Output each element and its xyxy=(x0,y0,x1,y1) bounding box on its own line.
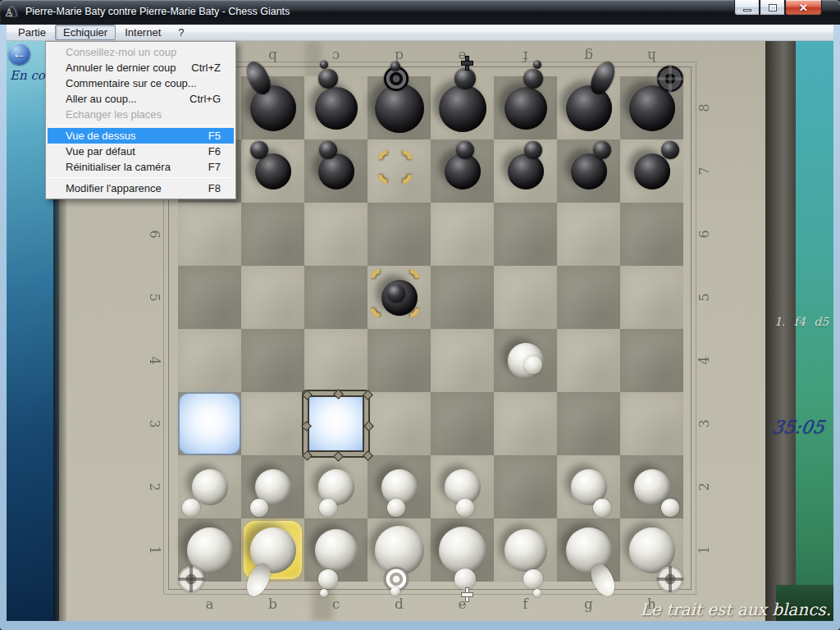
file-label-top-d: d xyxy=(368,48,431,65)
square-b4[interactable] xyxy=(241,329,304,392)
square-g4[interactable] xyxy=(557,329,620,392)
file-label-bottom-b: b xyxy=(241,596,304,612)
square-e5[interactable] xyxy=(431,266,494,329)
menubar-item-echiquier[interactable]: Echiquier xyxy=(55,25,116,40)
square-c6[interactable] xyxy=(304,203,368,266)
king-cross-icon xyxy=(461,592,473,597)
square-d3[interactable] xyxy=(368,392,431,455)
square-a5[interactable] xyxy=(178,266,241,329)
square-f6[interactable] xyxy=(494,203,557,266)
rank-label-right-3: 3 xyxy=(673,417,736,431)
minimize-button[interactable] xyxy=(734,0,760,16)
piece-base xyxy=(315,87,358,130)
table-right-edge xyxy=(765,41,798,621)
square-e6[interactable] xyxy=(431,203,494,266)
piece-head xyxy=(319,499,337,517)
file-label-bottom-d: d xyxy=(368,596,431,612)
close-button[interactable]: ✕ xyxy=(785,0,822,16)
echiquier-menu: Conseillez-moi un coupAnnuler le dernier… xyxy=(45,41,236,199)
menubar-item-?[interactable]: ? xyxy=(170,25,192,40)
menu-item-6[interactable]: Vue de dessusF5 xyxy=(48,128,234,144)
move-hint-frame xyxy=(304,391,368,456)
piece-head xyxy=(318,569,338,589)
rank-label-right-2: 2 xyxy=(673,480,736,495)
rank-label-left-3: 3 xyxy=(123,417,186,431)
turn-indicator: Le trait est aux blancs. xyxy=(640,600,831,619)
piece-base xyxy=(192,469,228,505)
square-b5[interactable] xyxy=(241,266,304,329)
title-bar[interactable]: ♙♞ Pierre-Marie Baty contre Pierre-Marie… xyxy=(0,0,840,25)
piece-base xyxy=(315,529,358,572)
rank-label-right-7: 7 xyxy=(673,164,736,179)
menubar-item-internet[interactable]: Internet xyxy=(116,25,169,40)
piece-head xyxy=(318,69,338,89)
menu-item-label: Aller au coup... xyxy=(66,91,137,107)
menubar-item-partie[interactable]: Partie xyxy=(10,25,54,40)
menu-item-label: Vue par défaut xyxy=(66,144,135,159)
square-a6[interactable] xyxy=(178,203,241,266)
rank-label-right-5: 5 xyxy=(673,290,736,305)
maximize-icon xyxy=(769,4,777,11)
file-label-top-f: f xyxy=(494,48,557,65)
square-c5[interactable] xyxy=(304,266,368,329)
minimize-icon xyxy=(743,9,751,11)
piece-tip xyxy=(390,587,400,596)
rank-label-right-1: 1 xyxy=(673,543,736,558)
square-g6[interactable] xyxy=(557,203,620,266)
square-b6[interactable] xyxy=(241,203,304,266)
file-label-bottom-g: g xyxy=(557,596,620,612)
square-f3[interactable] xyxy=(494,392,557,455)
piece-head xyxy=(657,566,683,592)
menu-item-4: Echanger les places xyxy=(48,107,234,122)
move-list: 1. f4 d5 xyxy=(771,315,832,328)
square-d4[interactable] xyxy=(368,329,431,392)
menu-item-2[interactable]: Commentaire sur ce coup... xyxy=(48,75,234,91)
square-a4[interactable] xyxy=(178,329,241,392)
move-marker-d7 xyxy=(368,139,431,203)
menu-item-label: Annuler le dernier coup xyxy=(66,60,176,75)
back-button[interactable]: ← xyxy=(8,43,30,65)
rank-label-left-6: 6 xyxy=(123,227,186,242)
frame-ornament-icon xyxy=(333,389,344,399)
square-c4[interactable] xyxy=(304,329,368,392)
rank-label-right-4: 4 xyxy=(673,354,736,368)
piece-head xyxy=(593,499,611,517)
square-f5[interactable] xyxy=(494,266,557,329)
window-title: Pierre-Marie Baty contre Pierre-Marie Ba… xyxy=(25,6,290,17)
square-b3[interactable] xyxy=(241,392,304,455)
square-d6[interactable] xyxy=(368,203,431,266)
piece-head xyxy=(523,569,543,589)
menu-item-1[interactable]: Annuler le dernier coupCtrl+Z xyxy=(48,60,234,75)
square-g5[interactable] xyxy=(557,266,620,329)
menu-item-shortcut: Ctrl+G xyxy=(189,91,221,107)
menu-item-shortcut: F5 xyxy=(208,128,221,144)
file-label-top-h: h xyxy=(620,48,683,65)
app-window: ♙♞ Pierre-Marie Baty contre Pierre-Marie… xyxy=(0,0,840,630)
right-panel xyxy=(796,41,833,621)
move-hint-highlight xyxy=(180,394,240,454)
rank-label-left-1: 1 xyxy=(123,543,186,558)
square-e4[interactable] xyxy=(431,329,494,392)
king-cross-icon xyxy=(461,61,473,66)
menu-separator xyxy=(49,125,232,126)
frame-ornament-icon xyxy=(301,421,312,431)
piece-head xyxy=(454,568,476,590)
chess-pawn-icon: ♙ xyxy=(4,4,14,22)
piece-head xyxy=(182,499,200,517)
piece-tip xyxy=(320,589,328,597)
rank-label-right-6: 6 xyxy=(673,227,736,242)
square-e3[interactable] xyxy=(431,392,494,455)
menu-item-7[interactable]: Vue par défautF6 xyxy=(48,144,234,159)
menu-item-8[interactable]: Réinitialiser la caméraF7 xyxy=(48,159,234,175)
square-g3[interactable] xyxy=(557,392,620,455)
menu-item-label: Commentaire sur ce coup... xyxy=(66,75,197,91)
piece-base xyxy=(318,153,354,189)
piece-head xyxy=(456,499,474,517)
piece-base xyxy=(504,87,547,130)
menu-item-3[interactable]: Aller au coup...Ctrl+G xyxy=(48,91,234,107)
menu-item-shortcut: Ctrl+Z xyxy=(191,60,221,75)
menu-item-10[interactable]: Modifier l'apparenceF8 xyxy=(48,180,234,196)
file-label-bottom-f: f xyxy=(494,596,557,612)
square-f2[interactable] xyxy=(494,455,557,518)
maximize-button[interactable] xyxy=(760,0,785,16)
